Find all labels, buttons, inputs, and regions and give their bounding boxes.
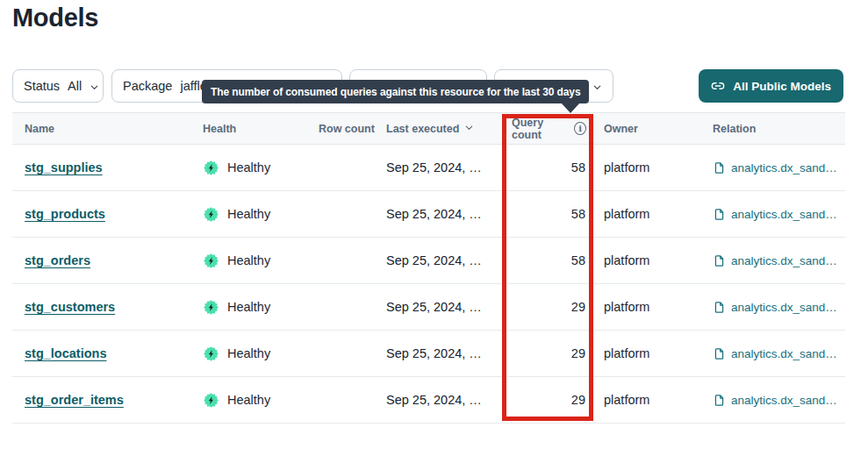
last-executed-cell: Sep 25, 2024, …: [386, 300, 512, 314]
document-icon: [713, 161, 726, 174]
document-icon: [713, 347, 726, 360]
document-icon: [713, 208, 726, 221]
relation-link[interactable]: analytics.dx_sand…: [731, 301, 837, 314]
table-row: stg_order_items Healthy Sep 25, 2024, … …: [12, 377, 845, 424]
column-header-relation: Relation: [713, 123, 845, 135]
health-status: Healthy: [227, 253, 270, 267]
chevron-down-icon: [90, 82, 99, 92]
document-icon: [713, 301, 726, 314]
owner-cell: platform: [586, 300, 713, 314]
query-count-cell: 58: [512, 160, 586, 174]
owner-cell: platform: [586, 207, 713, 221]
status-filter-label: Status: [24, 79, 60, 93]
column-header-last-executed[interactable]: Last executed: [386, 122, 512, 135]
health-badge-icon: [203, 345, 219, 362]
tooltip-arrow: [561, 103, 580, 113]
sort-chevron-down-icon: [464, 123, 474, 135]
health-status: Healthy: [227, 393, 270, 407]
column-header-health: Health: [203, 123, 319, 135]
page-title: Models: [12, 4, 98, 32]
last-executed-cell: Sep 25, 2024, …: [386, 253, 512, 267]
relation-link[interactable]: analytics.dx_sand…: [731, 208, 837, 221]
table-row: stg_customers Healthy Sep 25, 2024, … 29…: [12, 284, 845, 331]
document-icon: [713, 394, 726, 407]
model-name-link[interactable]: stg_supplies: [25, 160, 103, 174]
status-filter-dropdown[interactable]: Status All: [12, 69, 104, 103]
document-icon: [713, 254, 726, 267]
health-status: Healthy: [227, 346, 270, 360]
table-header-row: Name Health Row count Last executed Quer…: [12, 112, 845, 145]
column-header-query-count: Query count i: [512, 117, 586, 141]
owner-cell: platform: [586, 160, 713, 174]
last-executed-cell: Sep 25, 2024, …: [386, 207, 512, 221]
health-badge-icon: [203, 299, 219, 316]
column-header-row-count: Row count: [319, 123, 386, 135]
relation-link[interactable]: analytics.dx_sand…: [731, 161, 837, 174]
owner-cell: platform: [586, 346, 713, 360]
relation-link[interactable]: analytics.dx_sand…: [731, 254, 837, 267]
last-executed-cell: Sep 25, 2024, …: [386, 393, 512, 407]
owner-cell: platform: [586, 393, 713, 407]
health-badge-icon: [203, 392, 219, 409]
health-status: Healthy: [227, 300, 270, 314]
last-executed-cell: Sep 25, 2024, …: [386, 160, 512, 174]
table-row: stg_orders Healthy Sep 25, 2024, … 58 pl…: [12, 238, 845, 284]
model-name-link[interactable]: stg_customers: [25, 300, 115, 314]
package-filter-label: Package: [123, 79, 172, 93]
health-badge-icon: [203, 160, 219, 176]
query-count-tooltip: The number of consumed queries against t…: [202, 80, 589, 103]
all-public-models-label: All Public Models: [733, 80, 831, 93]
column-header-owner: Owner: [586, 123, 713, 135]
health-badge-icon: [203, 253, 219, 269]
model-name-link[interactable]: stg_locations: [25, 346, 106, 360]
all-public-models-button[interactable]: All Public Models: [699, 69, 843, 103]
query-count-cell: 58: [512, 253, 586, 267]
model-name-link[interactable]: stg_orders: [25, 253, 90, 267]
status-filter-value: All: [68, 79, 82, 93]
column-header-name: Name: [12, 123, 203, 135]
query-count-cell: 29: [512, 393, 586, 407]
last-executed-cell: Sep 25, 2024, …: [386, 346, 512, 360]
table-row: stg_locations Healthy Sep 25, 2024, … 29…: [12, 331, 845, 377]
relation-link[interactable]: analytics.dx_sand…: [731, 394, 837, 407]
health-status: Healthy: [227, 160, 270, 174]
query-count-cell: 29: [512, 346, 586, 360]
link-icon: [711, 79, 725, 93]
query-count-cell: 29: [512, 300, 586, 314]
model-name-link[interactable]: stg_order_items: [25, 393, 124, 407]
health-badge-icon: [203, 206, 219, 223]
chevron-down-icon: [592, 82, 602, 92]
info-icon[interactable]: i: [574, 122, 586, 135]
query-count-cell: 58: [512, 207, 586, 221]
model-name-link[interactable]: stg_products: [25, 207, 105, 221]
relation-link[interactable]: analytics.dx_sand…: [731, 347, 837, 360]
models-table: Name Health Row count Last executed Quer…: [12, 112, 845, 424]
models-page: Models Status All Package jaffle_ All Pu…: [0, 0, 868, 470]
table-row: stg_supplies Healthy Sep 25, 2024, … 58 …: [12, 145, 845, 191]
table-row: stg_products Healthy Sep 25, 2024, … 58 …: [12, 191, 845, 238]
health-status: Healthy: [227, 207, 270, 221]
owner-cell: platform: [586, 253, 713, 267]
